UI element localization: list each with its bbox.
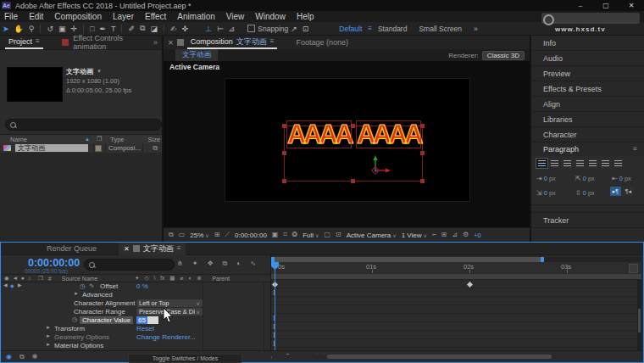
threed-switch-icon[interactable]: ⊕ (197, 276, 201, 282)
world-axis-mode-icon[interactable]: ⊢ (214, 25, 226, 33)
selection-handle[interactable] (282, 179, 286, 183)
selection-handle[interactable] (420, 124, 425, 128)
property-label[interactable]: Transform (54, 325, 85, 332)
sort-asc-icon[interactable]: ▲ (85, 137, 90, 142)
tab-overflow-icon[interactable]: » (153, 38, 162, 47)
camera-select[interactable]: Active Camera ∨ (347, 232, 397, 239)
align-right-button[interactable] (562, 159, 573, 168)
comp-caret-icon[interactable]: ▼ (97, 67, 102, 76)
offset-value[interactable]: 0 % (136, 282, 148, 290)
shy-switch-icon[interactable]: ✦ (135, 276, 139, 282)
align-left-button[interactable] (536, 159, 547, 168)
selection-handle[interactable] (282, 124, 286, 128)
maximize-button[interactable]: ▢ (593, 2, 619, 9)
tab-project[interactable]: Project ≡ (5, 36, 43, 49)
menu-view[interactable]: View (226, 12, 245, 21)
clone-stamp-tool-icon[interactable]: ⧉ (137, 24, 147, 33)
rotation-tool-icon[interactable]: ↺ (44, 25, 56, 33)
text-direction-ltr-button[interactable]: ▸¶ (610, 187, 621, 196)
frame-blending-icon[interactable]: ⧉ (223, 260, 228, 267)
number-column[interactable]: # (48, 276, 52, 282)
menu-effect[interactable]: Effect (145, 12, 166, 21)
property-row-geometry-options[interactable]: ► Geometry Options Change Renderer... (1, 333, 270, 342)
selection-handle[interactable] (351, 124, 355, 128)
region-of-interest-icon[interactable]: ▢ (325, 232, 331, 238)
work-area-bar[interactable] (271, 273, 641, 280)
resolution-select[interactable]: Full ∨ (303, 232, 319, 239)
next-keyframe-icon[interactable]: ▶ (18, 282, 22, 288)
tab-composition[interactable]: Composition 文字动画 ≡ (187, 36, 278, 49)
menu-composition[interactable]: Composition (54, 12, 102, 21)
workspace-default[interactable]: Default (339, 25, 362, 33)
timeline-vscrollbar[interactable] (637, 280, 641, 350)
snapping-checkbox[interactable] (247, 25, 255, 32)
comp-tab-close-icon[interactable]: ✕ (168, 39, 174, 47)
character-range-select[interactable]: Preserve Case & Dig ∨ (136, 308, 203, 316)
property-row-advanced[interactable]: ► Advanced (1, 291, 270, 299)
toggle-switches-modes-button[interactable]: Toggle Switches / Modes (128, 354, 242, 363)
selected-comp-name[interactable]: 文字动画 (66, 67, 93, 76)
text-block-left[interactable]: AAAA (287, 121, 351, 148)
pan-behind-tool-icon[interactable]: ✛ (68, 25, 80, 33)
text-direction-rtl-button[interactable]: ¶◂ (623, 187, 634, 196)
comp-marker-bin[interactable] (629, 264, 638, 273)
comp-panel-menu-icon[interactable]: ≡ (270, 38, 275, 45)
snapping-label[interactable]: Snapping (258, 25, 288, 33)
panel-paragraph-header[interactable]: Paragraph ≡ (531, 142, 644, 156)
justify-all-button[interactable] (613, 159, 624, 168)
space-before-field[interactable]: ⇲ 0 px (536, 189, 556, 197)
project-search-input[interactable] (5, 119, 162, 131)
snap-option-icon[interactable]: ↗ (288, 25, 300, 33)
type-tool-icon[interactable]: T (108, 25, 119, 33)
property-row-material-options[interactable]: ► Material Options (1, 342, 270, 350)
project-row-name[interactable]: 文字动画 (15, 144, 88, 152)
always-preview-icon[interactable]: ⧉ (169, 232, 174, 238)
column-name[interactable]: Name (10, 136, 27, 143)
panel-preview[interactable]: Preview (531, 66, 644, 81)
view-axis-mode-icon[interactable]: ⊿ (226, 25, 238, 33)
panel-align[interactable]: Align (531, 97, 644, 112)
effect-switch-icon[interactable]: fx (160, 276, 164, 282)
graph-editor-icon[interactable]: ∿ (250, 260, 256, 267)
axis-gizmo[interactable] (367, 154, 392, 176)
timeline-hscrollbar[interactable] (272, 355, 636, 359)
pixel-aspect-icon[interactable]: ⌐ (432, 232, 436, 238)
fast-previews-icon[interactable]: ⊞ (441, 232, 447, 238)
selection-handle[interactable] (420, 151, 425, 155)
viewer-tab-comp[interactable]: 文字动画 (175, 49, 218, 61)
puppet-pin-tool-icon[interactable]: ✜ (180, 25, 192, 33)
magnification-icon[interactable]: ▭ (179, 232, 186, 238)
selection-handle[interactable] (420, 179, 425, 183)
timeline-tab-close-icon[interactable]: ✕ (124, 245, 130, 253)
frame-blend-toggle-icon[interactable]: ⧉ (19, 354, 25, 360)
change-renderer-link[interactable]: Change Renderer... (136, 333, 196, 341)
brush-tool-icon[interactable]: ✐ (125, 25, 137, 33)
character-value-input[interactable]: 65 (136, 316, 158, 324)
close-button[interactable]: ✕ (619, 2, 644, 9)
prev-keyframe-icon[interactable]: ◀ (3, 282, 8, 288)
zoom-tool-icon[interactable]: ⚲ (26, 25, 37, 33)
menu-edit[interactable]: Edit (29, 12, 43, 21)
property-label-selected[interactable]: Character Value (80, 316, 133, 324)
eraser-tool-icon[interactable]: ◪ (147, 25, 160, 33)
current-timecode[interactable]: 0:00:00:00 (28, 257, 80, 269)
lock-column-icon[interactable]: ⌂ (28, 276, 31, 282)
roto-brush-tool-icon[interactable]: ✍ (168, 25, 180, 33)
tab-effect-controls[interactable]: Effect Controls animation (73, 34, 153, 51)
panel-libraries[interactable]: Libraries (531, 112, 644, 127)
space-after-field[interactable]: ⇳ 0 px (575, 189, 595, 197)
zoom-select[interactable]: 25% ∨ (190, 232, 208, 239)
property-label[interactable]: Offset (100, 282, 118, 290)
expander-icon[interactable]: ► (46, 325, 51, 330)
hand-tool-icon[interactable]: ✋ (12, 25, 26, 33)
property-label[interactable]: Advanced (82, 291, 113, 299)
timeline-search-input[interactable] (84, 259, 175, 271)
workspace-standard[interactable]: Standard (378, 25, 408, 33)
indent-left-field[interactable]: ⇥ 0 px (536, 175, 556, 182)
expander-icon[interactable]: ► (46, 342, 51, 347)
property-label[interactable]: Material Options (54, 342, 103, 349)
collapse-switch-icon[interactable]: ◇ (144, 276, 148, 282)
workspace-overflow-icon[interactable]: » (474, 25, 478, 33)
justify-last-left-button[interactable] (575, 159, 586, 168)
property-row-character-value[interactable]: ◷ Character Value 65 (1, 316, 270, 325)
